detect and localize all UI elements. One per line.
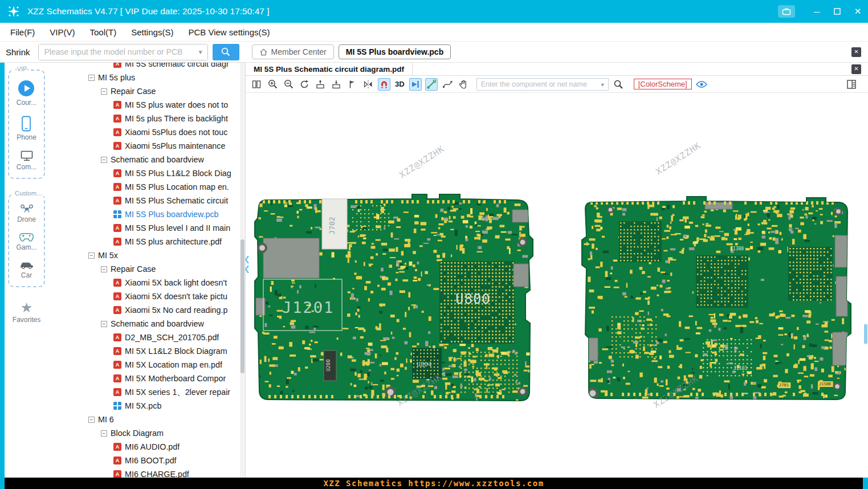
sidebar-item-course[interactable]: Cour... <box>17 80 36 107</box>
close-button[interactable]: ✕ <box>847 0 868 23</box>
canvas-scrollbar-thumb[interactable] <box>864 324 867 344</box>
collapse-minus-icon[interactable]: − <box>88 252 95 259</box>
tab-schematic-pdf[interactable]: MI 5S Plus Schematic circuit diagram.pdf <box>246 63 413 75</box>
tree-item[interactable]: AMI 5S Plus L1&L2 Block Diag <box>48 166 240 180</box>
menu-item-file[interactable]: File(F) <box>10 27 35 37</box>
tree-item[interactable]: AD2_MB_SCH_201705.pdf <box>48 331 240 344</box>
collapse-minus-icon[interactable]: − <box>88 417 95 423</box>
tree-item[interactable]: AMI6 BOOT.pdf <box>48 454 240 467</box>
zoom-in-icon[interactable] <box>266 78 279 91</box>
pdf-file-icon: A <box>113 101 121 109</box>
shrink-button[interactable]: Shrink <box>6 47 30 57</box>
menu-item-settings[interactable]: Settings(S) <box>131 27 173 37</box>
menu-item-tool[interactable]: Tool(T) <box>90 27 117 37</box>
export-icon[interactable] <box>314 78 327 91</box>
layer-list-icon[interactable] <box>845 78 858 91</box>
tree-item[interactable]: AMI 5S Plus level I and II main <box>48 221 240 235</box>
split-view-icon[interactable] <box>250 78 263 91</box>
tree-item-label: MI 5X L1&L2 Block Diagram <box>125 347 227 356</box>
collapse-minus-icon[interactable]: − <box>101 430 107 437</box>
tree-item[interactable]: −MI 5x <box>48 248 240 262</box>
model-search-input[interactable]: ▼ <box>38 44 208 60</box>
measure-icon[interactable] <box>425 78 438 91</box>
collapse-minus-icon[interactable]: − <box>101 321 107 327</box>
pdf-file-icon: A <box>113 333 121 341</box>
tree-item[interactable]: AMI6 AUDIO.pdf <box>48 440 240 454</box>
3d-view-button[interactable]: 3D <box>394 80 406 88</box>
tree-item[interactable]: AMI6 CHARGE.pdf <box>48 467 240 478</box>
pdf-file-icon: A <box>113 374 121 382</box>
component-search-field[interactable] <box>477 79 608 90</box>
tree-item[interactable]: −MI 6 <box>48 413 240 426</box>
collapse-minus-icon[interactable]: − <box>88 75 95 81</box>
rotate-icon[interactable] <box>298 78 311 91</box>
chevron-down-icon[interactable]: ▼ <box>600 82 605 88</box>
tab-boardview[interactable]: MI 5S Plus boardview.pcb <box>339 44 451 59</box>
sidebar-item-game[interactable]: Gam... <box>16 233 36 251</box>
zoom-out-icon[interactable] <box>282 78 295 91</box>
tree-item-label: MI 5S plus water does not to <box>125 100 228 109</box>
component-search-icon[interactable] <box>612 78 625 91</box>
tree-item[interactable]: AXiaomi 5X back light doesn't <box>48 276 240 290</box>
tree-item[interactable]: AMI 5X L1&L2 Block Diagram <box>48 344 240 358</box>
tree-item[interactable]: −Repair Case <box>48 84 240 98</box>
search-icon <box>221 47 231 57</box>
sidebar-item-car[interactable]: Car <box>19 260 34 279</box>
document-tab-row: MI 5S Plus Schematic circuit diagram.pdf… <box>246 63 868 76</box>
tab-member-center[interactable]: Member Center <box>252 44 334 59</box>
tree-item[interactable]: AXiaomi 5sPlus does not touc <box>48 125 240 139</box>
tree-item[interactable]: AXiaomi 5sPlus maintenance <box>48 139 240 153</box>
pdf-file-icon: A <box>113 63 121 68</box>
tree-item[interactable]: MI 5X.pcb <box>48 399 240 413</box>
magnet-icon[interactable] <box>378 78 390 91</box>
curve-route-icon[interactable] <box>441 78 454 91</box>
import-icon[interactable] <box>330 78 343 91</box>
tree-item[interactable]: AMI 5S schematic circuit diagr <box>48 63 240 71</box>
goto-layer-icon[interactable] <box>409 78 422 91</box>
tree-item[interactable]: AXiaomi 5X doesn't take pictu <box>48 290 240 303</box>
sidebar-item-drone[interactable]: Drone <box>17 204 36 223</box>
tree-item[interactable]: −Schematic and boardview <box>48 317 240 331</box>
tree-item[interactable]: AMI 5S Plus Schematic circuit <box>48 194 240 207</box>
tree-item[interactable]: AXiaomi 5x No card reading.p <box>48 303 240 317</box>
tree-item[interactable]: AMI 5S Plus Location map en. <box>48 180 240 194</box>
tree-item[interactable]: AMI 5X Motherboard Compor <box>48 372 240 385</box>
flip-horizontal-icon[interactable] <box>362 78 374 91</box>
tree-item[interactable]: −MI 5s plus <box>48 71 240 84</box>
close-tab-icon[interactable]: ✕ <box>851 47 861 57</box>
menu-item-pcb-view-settings[interactable]: PCB View settings(S) <box>188 27 270 37</box>
component-search-combo[interactable]: ▼ <box>476 78 609 91</box>
pcb-canvas[interactable]: XZZ@XZZHKXZZ@XZZHKXZZ@XZZHKXZZ@XZZHKJ702… <box>246 93 868 478</box>
tree-item[interactable]: AMI 5X series 1、2lever repair <box>48 385 240 399</box>
color-scheme-button[interactable]: [ColorScheme] <box>634 79 692 89</box>
collapse-minus-icon[interactable]: − <box>101 266 107 272</box>
pcb-board-view[interactable]: XZZ@XZZHKXZZ@XZZHKXZZ@XZZHKXZZ@XZZHKJ702… <box>246 93 868 478</box>
tree-item[interactable]: AMI 5S plus water does not to <box>48 98 240 112</box>
chevron-down-icon[interactable]: ▼ <box>198 49 203 55</box>
tree-item[interactable]: AMI 5s plus There is backlight <box>48 112 240 125</box>
tree-item[interactable]: AMI 5S plus architecture.pdf <box>48 235 240 248</box>
sidebar-item-favorites[interactable]: ★ Favorites <box>5 301 48 324</box>
svg-text:XZZ@XZZHK: XZZ@XZZHK <box>654 140 703 177</box>
svg-text:U800: U800 <box>455 291 491 307</box>
close-document-icon[interactable]: ✕ <box>851 64 861 74</box>
tree-item[interactable]: AMI 5X Location map en.pdf <box>48 358 240 372</box>
maximize-button[interactable] <box>827 0 847 23</box>
tree-item[interactable]: MI 5S Plus boardview.pcb <box>48 207 240 221</box>
tree-item[interactable]: −Repair Case <box>48 262 240 276</box>
model-search-field[interactable] <box>39 44 207 60</box>
search-button[interactable] <box>213 44 239 60</box>
tree-item[interactable]: −Block Diagram <box>48 426 240 440</box>
sidebar-item-phone[interactable]: Phone <box>17 116 36 141</box>
menu-item-vip[interactable]: VIP(V) <box>50 27 75 37</box>
tree-item-label: Xiaomi 5sPlus does not touc <box>125 128 227 137</box>
collapse-minus-icon[interactable]: − <box>101 88 107 95</box>
minimize-button[interactable]: ─ <box>806 0 827 23</box>
visibility-icon[interactable] <box>695 78 708 91</box>
sidebar-item-computer[interactable]: Com... <box>17 150 36 171</box>
collapse-panel-handle[interactable]: ❮❮ <box>244 255 250 272</box>
collapse-minus-icon[interactable]: − <box>101 157 107 163</box>
tree-item[interactable]: −Schematic and boardview <box>48 153 240 166</box>
flag-icon[interactable] <box>346 78 358 91</box>
pan-hand-icon[interactable] <box>457 78 470 91</box>
